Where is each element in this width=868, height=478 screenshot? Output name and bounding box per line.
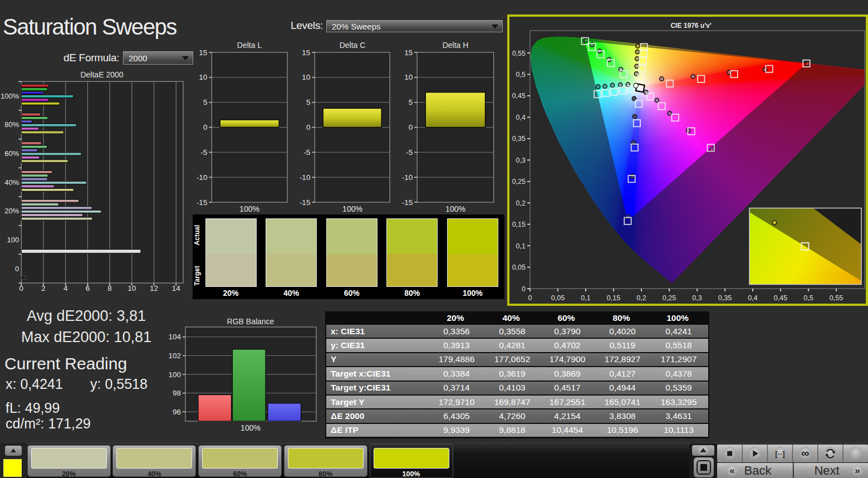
- svg-text:-5: -5: [303, 148, 310, 157]
- svg-text:15: 15: [302, 48, 310, 57]
- svg-text:-15: -15: [197, 198, 208, 207]
- svg-text:0: 0: [528, 294, 532, 302]
- svg-text:CIE 1976 u'v': CIE 1976 u'v': [670, 22, 711, 30]
- svg-text:0,2: 0,2: [636, 294, 646, 302]
- svg-text:0: 0: [409, 123, 413, 131]
- svg-text:5: 5: [203, 98, 208, 106]
- svg-text:96: 96: [173, 408, 181, 416]
- svg-text:12: 12: [150, 284, 158, 292]
- svg-text:102: 102: [168, 352, 181, 360]
- svg-text:100%: 100%: [241, 423, 261, 432]
- svg-text:-10: -10: [300, 173, 311, 182]
- svg-text:0,25: 0,25: [512, 178, 526, 186]
- svg-text:-10: -10: [197, 173, 208, 182]
- svg-text:-15: -15: [402, 198, 413, 207]
- svg-text:»: »: [855, 465, 860, 476]
- svg-text:0,5: 0,5: [516, 71, 526, 79]
- svg-text:-5: -5: [200, 148, 207, 157]
- svg-text:0,1: 0,1: [581, 294, 590, 302]
- svg-text:0,35: 0,35: [718, 294, 732, 302]
- svg-text:0: 0: [306, 123, 311, 131]
- svg-text:0,15: 0,15: [512, 221, 526, 228]
- svg-text:0,3: 0,3: [692, 294, 702, 302]
- svg-text:40%: 40%: [4, 178, 19, 187]
- svg-text:0,35: 0,35: [512, 135, 526, 143]
- svg-text:60%: 60%: [4, 149, 19, 158]
- svg-text:[··]: [··]: [775, 450, 784, 458]
- svg-text:100: 100: [168, 370, 181, 379]
- svg-text:98: 98: [173, 389, 181, 397]
- svg-text:100%: 100%: [239, 204, 259, 213]
- svg-text:0,4: 0,4: [516, 114, 526, 121]
- svg-text:0: 0: [15, 265, 19, 273]
- svg-text:0,5: 0,5: [803, 294, 813, 302]
- svg-text:5: 5: [409, 98, 413, 106]
- svg-text:Delta L: Delta L: [237, 41, 262, 50]
- svg-text:10: 10: [199, 73, 207, 81]
- svg-text:2: 2: [41, 284, 46, 292]
- svg-text:6: 6: [86, 284, 90, 292]
- svg-text:Next: Next: [814, 464, 839, 477]
- svg-text:0: 0: [522, 285, 526, 293]
- svg-text:10: 10: [302, 73, 310, 81]
- svg-text:80%: 80%: [4, 120, 19, 129]
- svg-text:0: 0: [19, 284, 24, 292]
- svg-text:«: «: [729, 465, 734, 476]
- svg-text:15: 15: [199, 48, 207, 57]
- svg-text:4: 4: [63, 284, 68, 292]
- svg-text:0,45: 0,45: [512, 92, 526, 100]
- svg-text:Delta C: Delta C: [340, 41, 366, 50]
- svg-text:0,2: 0,2: [516, 199, 526, 207]
- svg-text:0,05: 0,05: [512, 264, 526, 271]
- svg-text:-5: -5: [406, 148, 413, 157]
- svg-text:0,55: 0,55: [830, 294, 843, 302]
- svg-text:14: 14: [172, 284, 181, 292]
- svg-text:15: 15: [404, 48, 413, 57]
- svg-text:Delta H: Delta H: [443, 41, 469, 50]
- svg-text:0: 0: [203, 123, 208, 131]
- svg-text:0,55: 0,55: [512, 50, 526, 57]
- svg-text:0,25: 0,25: [663, 294, 676, 302]
- svg-text:104: 104: [168, 333, 181, 341]
- svg-text:0,4: 0,4: [748, 294, 757, 302]
- svg-text:0,1: 0,1: [516, 242, 526, 250]
- svg-text:100%: 100%: [445, 204, 465, 213]
- svg-text:10: 10: [404, 73, 413, 81]
- svg-text:100%: 100%: [1, 92, 19, 100]
- svg-text:∞: ∞: [801, 447, 809, 459]
- svg-text:-15: -15: [300, 198, 311, 207]
- svg-text:8: 8: [107, 284, 112, 292]
- svg-text:Back: Back: [744, 464, 772, 477]
- svg-text:0,15: 0,15: [607, 294, 620, 302]
- svg-text:5: 5: [306, 98, 311, 106]
- svg-text:100%: 100%: [342, 204, 362, 213]
- svg-text:0,05: 0,05: [551, 294, 565, 302]
- svg-text:DeltaE 2000: DeltaE 2000: [80, 70, 123, 79]
- svg-text:100: 100: [7, 236, 19, 244]
- svg-text:-10: -10: [402, 173, 413, 182]
- svg-text:RGB Balance: RGB Balance: [227, 317, 274, 326]
- svg-text:20%: 20%: [4, 207, 19, 215]
- svg-text:0,3: 0,3: [516, 157, 526, 164]
- svg-text:0,45: 0,45: [774, 294, 787, 302]
- svg-text:10: 10: [127, 284, 136, 292]
